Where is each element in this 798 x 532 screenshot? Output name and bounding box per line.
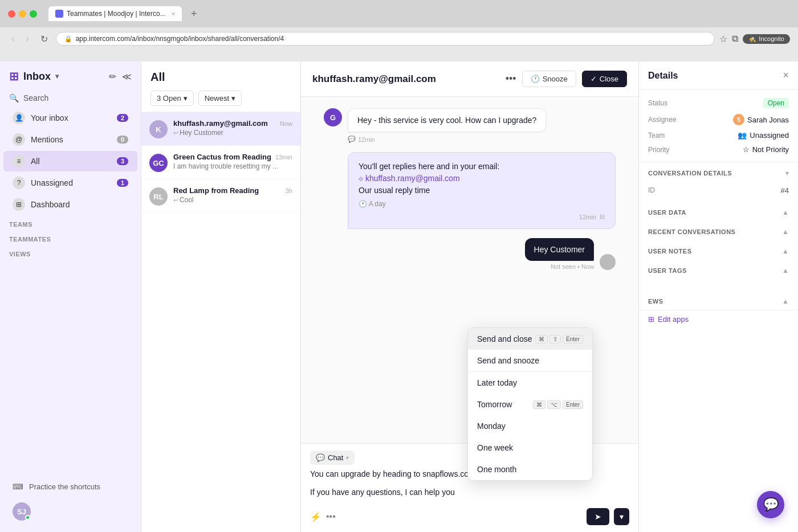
send-dropdown-menu: Send and close ⌘ ⇧ Enter Send and snooze… <box>467 328 593 481</box>
recent-conversations-chevron: ▲ <box>782 228 789 236</box>
details-status-section: Status Open Assignee S Sarah Jonas Team … <box>639 90 798 162</box>
open-filter-button[interactable]: 3 Open ▾ <box>150 91 194 106</box>
user-data-header[interactable]: USER DATA ▲ <box>639 202 798 221</box>
message-1-avatar: G <box>324 108 342 126</box>
all-badge: 3 <box>117 157 128 165</box>
conv-item-3[interactable]: RL Red Lamp from Reading 3h ↩Cool <box>141 179 300 213</box>
collapse-button[interactable]: ≪ <box>122 71 132 82</box>
monday-item[interactable]: Monday <box>468 415 592 437</box>
views-header[interactable]: EWS ▲ <box>639 290 798 310</box>
compose-button[interactable]: ✏ <box>109 71 116 82</box>
message-1-content: Hey - this service is very cool. How can… <box>348 108 546 143</box>
conversation-subject: khuffash.ramy@gmail.com <box>312 73 436 85</box>
recent-conversations-header[interactable]: RECENT CONVERSATIONS ▲ <box>639 221 798 240</box>
tomorrow-label: Tomorrow <box>477 400 512 409</box>
close-conversation-button[interactable]: ✓ Close <box>582 71 627 87</box>
forward-button[interactable]: › <box>22 32 32 45</box>
sidebar-title-area[interactable]: ⊞ Inbox ▾ <box>9 69 59 83</box>
later-today-item[interactable]: Later today <box>468 372 592 394</box>
bookmark-button[interactable]: ☆ <box>719 34 727 44</box>
sidebar-item-label-your-inbox: Your inbox <box>31 113 68 122</box>
conv-item-1[interactable]: K khuffash.ramy@gmail.com Now ↩Hey Custo… <box>141 112 300 146</box>
lock-icon: 🔒 <box>64 35 72 43</box>
message-3-content: Hey Customer Not seen • Now <box>525 238 594 270</box>
sidebar-item-all[interactable]: ≡ All 3 <box>3 151 137 171</box>
screenshot-button[interactable]: ⧉ <box>732 34 738 44</box>
incognito-icon: 🕵 <box>748 35 756 43</box>
search-icon: 🔍 <box>9 93 19 103</box>
one-month-item[interactable]: One month <box>468 459 592 480</box>
user-notes-header[interactable]: USER NOTES ▲ <box>639 240 798 260</box>
send-button[interactable]: ➤ <box>587 508 609 525</box>
user-profile-item[interactable]: SJ <box>9 498 132 525</box>
conv-avatar-2: GC <box>149 154 168 172</box>
assignee-value[interactable]: S Sarah Jonas <box>733 114 789 125</box>
one-month-label: One month <box>477 465 516 474</box>
message-3-bubble: Hey Customer <box>525 238 594 261</box>
teammates-section-label: TEAMMATES <box>0 230 141 245</box>
assignee-label: Assignee <box>648 116 676 124</box>
shortcuts-icon: ⌨ <box>13 482 23 491</box>
conversation-list-panel: All 3 Open ▾ Newest ▾ K khuffash.ramy@gm… <box>141 62 301 532</box>
one-week-item[interactable]: One week <box>468 437 592 459</box>
sidebar-item-dashboard[interactable]: ⊞ Dashboard <box>3 194 137 215</box>
composer-actions: ➤ ▾ <box>587 508 629 525</box>
priority-row: Priority ☆ Not Priority <box>648 145 789 154</box>
sidebar-item-your-inbox[interactable]: 👤 Your inbox 2 <box>3 108 137 128</box>
reload-button[interactable]: ↻ <box>37 32 51 46</box>
back-button[interactable]: ‹ <box>8 32 18 45</box>
send-snooze-item[interactable]: Send and snooze <box>468 350 592 371</box>
newest-filter-button[interactable]: Newest ▾ <box>198 91 242 106</box>
address-bar[interactable]: 🔒 app.intercom.com/a/inbox/nnsgmgob/inbo… <box>56 32 715 46</box>
unassigned-icon: ? <box>13 177 25 189</box>
reply-icon-1: ↩ <box>173 129 178 136</box>
support-bubble[interactable]: 💬 <box>757 491 784 518</box>
team-label: Team <box>648 132 665 140</box>
more-tools-button[interactable]: ••• <box>326 511 336 522</box>
priority-text: Not Priority <box>752 145 789 154</box>
tab-title: Teammates | Moodjoy | Interco... <box>67 10 166 18</box>
send-close-item[interactable]: Send and close ⌘ ⇧ Enter <box>468 328 592 350</box>
conversation-details-header[interactable]: CONVERSATION DETAILS ▾ <box>639 162 798 182</box>
priority-value[interactable]: ☆ Not Priority <box>743 145 789 154</box>
newest-filter-label: Newest <box>205 94 229 103</box>
browser-tab[interactable]: Teammates | Moodjoy | Interco... × <box>48 6 182 21</box>
team-name: Unassigned <box>750 131 789 140</box>
details-close-button[interactable]: × <box>783 69 789 81</box>
snooze-button[interactable]: 🕐 Snooze <box>522 71 576 87</box>
sidebar-item-mentions[interactable]: @ Mentions 0 <box>3 129 137 150</box>
message-2-text: You'll get replies here and in your emai… <box>359 161 605 210</box>
user-tags-header[interactable]: USER TAGS ▲ <box>639 260 798 279</box>
maximize-window-button[interactable] <box>30 10 37 18</box>
one-week-label: One week <box>477 443 513 452</box>
message-3-avatar <box>600 254 616 270</box>
close-window-button[interactable] <box>8 10 15 18</box>
conv-content-2: Green Cactus from Reading 13min I am hav… <box>173 153 292 170</box>
new-tab-button[interactable]: + <box>191 8 197 20</box>
status-row: Status Open <box>648 98 789 108</box>
traffic-lights <box>8 10 37 18</box>
shortcuts-item[interactable]: ⌨ Practice the shortcuts <box>9 478 132 496</box>
sidebar-item-unassigned[interactable]: ? Unassigned 1 <box>3 173 137 193</box>
chat-tab[interactable]: 💬 Chat ▾ <box>310 451 355 465</box>
snooze-label: Snooze <box>543 75 568 83</box>
team-value[interactable]: 👥 Unassigned <box>738 131 789 140</box>
conv-content-3: Red Lamp from Reading 3h ↩Cool <box>173 186 292 204</box>
tab-favicon <box>55 10 63 18</box>
conv-item-2[interactable]: GC Green Cactus from Reading 13min I am … <box>141 146 300 179</box>
tomorrow-shortcut: ⌘ ⌥ Enter <box>533 400 583 409</box>
tab-close-button[interactable]: × <box>172 10 175 17</box>
tomorrow-item[interactable]: Tomorrow ⌘ ⌥ Enter <box>468 394 592 415</box>
lightning-button[interactable]: ⚡ <box>310 511 321 522</box>
message-1-time: 12min <box>358 136 375 143</box>
conv-avatar-1: K <box>149 120 168 138</box>
sidebar: ⊞ Inbox ▾ ✏ ≪ 🔍 Search 👤 Your inbox 2 @ … <box>0 62 141 532</box>
minimize-window-button[interactable] <box>19 10 26 18</box>
edit-apps-button[interactable]: ⊞ Edit apps <box>639 310 798 328</box>
send-options-button[interactable]: ▾ <box>614 508 629 525</box>
more-options-button[interactable]: ••• <box>506 73 516 85</box>
conversation-details-chevron: ▾ <box>785 169 789 177</box>
conversation-id-row: ID #4 <box>639 182 798 202</box>
views-label: EWS <box>648 298 663 305</box>
sidebar-search[interactable]: 🔍 Search <box>0 89 141 107</box>
